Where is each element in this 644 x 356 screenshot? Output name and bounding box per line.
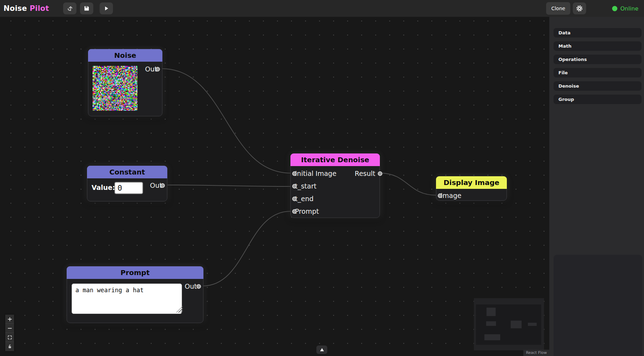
handle-t-end[interactable]	[292, 197, 297, 201]
port-initial-image: Initial Image	[295, 169, 336, 178]
sidebar-item-data[interactable]: Data	[554, 28, 642, 37]
sidebar-item-operations[interactable]: Operations	[554, 55, 642, 64]
toolbar-actions	[63, 2, 93, 14]
handle-initial-image[interactable]	[292, 171, 297, 176]
port-t-start: t_start	[295, 182, 316, 191]
floppy-disk-icon	[83, 5, 90, 12]
port-result: Result	[355, 169, 375, 178]
unlock-icon	[7, 344, 12, 349]
app-title-primary: Noise	[4, 4, 27, 13]
minimap-node	[487, 308, 496, 316]
constant-value-label: Value:	[92, 181, 115, 193]
fit-view-button[interactable]	[5, 333, 14, 342]
node-palette-sidebar: Data Math Operations File Denoise Group	[549, 17, 644, 356]
handle-denoise-prompt[interactable]	[292, 209, 297, 214]
settings-button[interactable]	[573, 2, 586, 14]
handle-prompt-out[interactable]	[196, 284, 201, 289]
handle-result[interactable]	[378, 171, 382, 176]
port-image-label: Image	[441, 192, 462, 199]
port-noise-out: Out	[145, 64, 157, 74]
node-display-image-title: Display Image	[436, 176, 507, 189]
port-denoise-prompt-label: Prompt	[295, 207, 319, 215]
node-constant[interactable]: Constant Value: Out	[87, 166, 167, 201]
port-constant-out: Out	[150, 181, 162, 190]
minimap-node	[486, 321, 496, 326]
gear-icon	[576, 5, 583, 12]
handle-noise-out[interactable]	[155, 67, 160, 71]
minus-icon	[7, 326, 12, 331]
react-flow-attribution[interactable]: React Flow	[523, 350, 549, 356]
handle-t-start[interactable]	[292, 184, 297, 189]
online-dot-icon	[612, 6, 617, 11]
edge-3[interactable]	[380, 173, 436, 195]
sidebar-item-math-label: Math	[558, 43, 571, 49]
upload-button[interactable]	[63, 2, 76, 14]
port-prompt-out-label: Out	[185, 282, 197, 290]
minimap-node	[511, 321, 522, 328]
node-display-image[interactable]: Display Image Image	[436, 176, 507, 201]
fit-view-icon	[7, 335, 12, 340]
top-bar: Noise Pilot	[0, 0, 644, 17]
plus-icon	[7, 317, 12, 322]
handle-constant-out[interactable]	[160, 183, 165, 188]
app-title: Noise Pilot	[4, 4, 49, 13]
sidebar-item-group[interactable]: Group	[554, 95, 642, 104]
node-constant-title: Constant	[87, 166, 167, 178]
handle-image[interactable]	[438, 193, 442, 198]
status-label: Online	[620, 5, 638, 12]
sidebar-item-group-label: Group	[558, 97, 574, 102]
clone-button[interactable]: Clone	[546, 2, 571, 15]
port-denoise-prompt: Prompt	[295, 207, 319, 216]
node-noise-title: Noise	[88, 49, 162, 62]
flow-controls	[5, 315, 14, 351]
edge-1[interactable]	[167, 185, 290, 186]
port-image: Image	[441, 191, 462, 200]
port-t-end: t_end	[295, 194, 314, 203]
arrow-turn-up-icon	[66, 5, 74, 12]
port-t-end-label: t_end	[295, 195, 314, 203]
flow-canvas[interactable]: Noise Out Constant Value: Out Prompt a m…	[0, 17, 549, 356]
sidebar-item-denoise-label: Denoise	[558, 83, 579, 89]
constant-value-input[interactable]	[114, 182, 143, 194]
port-t-start-label: t_start	[295, 182, 316, 190]
run-button[interactable]	[100, 2, 113, 14]
sidebar-item-file[interactable]: File	[554, 68, 642, 77]
port-result-label: Result	[355, 170, 375, 177]
node-prompt[interactable]: Prompt a man wearing a hat Out	[67, 266, 203, 323]
sidebar-item-operations-label: Operations	[558, 57, 587, 62]
sidebar-lower-panel	[554, 255, 642, 356]
minimap[interactable]	[474, 298, 544, 350]
edge-0[interactable]	[162, 69, 290, 173]
node-prompt-title: Prompt	[67, 266, 203, 279]
minimap-node	[528, 323, 537, 326]
app-title-accent: Pilot	[29, 4, 49, 13]
triangle-up-icon	[320, 348, 324, 351]
sidebar-item-math[interactable]: Math	[554, 41, 642, 51]
port-initial-image-label: Initial Image	[295, 170, 336, 177]
prompt-textarea[interactable]: a man wearing a hat	[72, 283, 182, 314]
zoom-in-button[interactable]	[5, 315, 14, 324]
node-iterative-denoise-title: Iterative Denoise	[290, 153, 380, 166]
sidebar-item-file-label: File	[558, 70, 568, 75]
drawer-toggle-button[interactable]	[316, 345, 327, 354]
node-noise[interactable]: Noise Out	[88, 49, 162, 116]
port-prompt-out: Out	[185, 282, 197, 291]
edge-2[interactable]	[203, 211, 290, 286]
lock-button[interactable]	[5, 342, 14, 351]
zoom-out-button[interactable]	[5, 324, 14, 333]
connection-status: Online	[612, 5, 638, 12]
sidebar-item-denoise[interactable]: Denoise	[554, 81, 642, 91]
minimap-node	[484, 334, 500, 340]
noise-preview-image	[93, 66, 137, 111]
save-button[interactable]	[80, 2, 93, 14]
play-icon	[103, 5, 109, 12]
node-iterative-denoise[interactable]: Iterative Denoise Initial Image t_start …	[290, 153, 380, 218]
sidebar-item-data-label: Data	[558, 30, 571, 35]
